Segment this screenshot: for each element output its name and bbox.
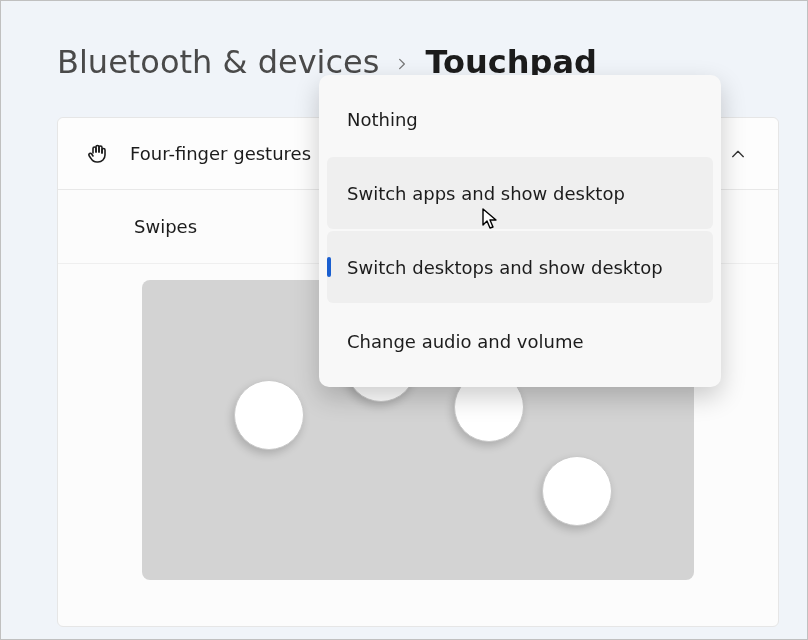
dropdown-option-label: Switch desktops and show desktop bbox=[347, 257, 663, 278]
dropdown-option-label: Nothing bbox=[347, 109, 418, 130]
dropdown-option-change-audio[interactable]: Change audio and volume bbox=[327, 305, 713, 377]
page-inner: Bluetooth & devices Touchpad bbox=[9, 9, 799, 631]
finger-dot bbox=[234, 380, 304, 450]
swipes-label: Swipes bbox=[134, 216, 197, 237]
hand-icon bbox=[86, 142, 110, 166]
card-title: Four-finger gestures bbox=[130, 143, 311, 164]
dropdown-option-label: Switch apps and show desktop bbox=[347, 183, 625, 204]
dropdown-option-label: Change audio and volume bbox=[347, 331, 584, 352]
cursor-icon bbox=[481, 207, 501, 231]
dropdown-option-switch-desktops[interactable]: Switch desktops and show desktop bbox=[327, 231, 713, 303]
dropdown-option-switch-apps[interactable]: Switch apps and show desktop bbox=[327, 157, 713, 229]
swipes-dropdown-popup: Nothing Switch apps and show desktop Swi… bbox=[319, 75, 721, 387]
settings-window: Bluetooth & devices Touchpad bbox=[0, 0, 808, 640]
dropdown-option-nothing[interactable]: Nothing bbox=[327, 83, 713, 155]
finger-dot bbox=[542, 456, 612, 526]
chevron-up-icon[interactable] bbox=[726, 142, 750, 166]
chevron-right-icon bbox=[395, 47, 409, 77]
